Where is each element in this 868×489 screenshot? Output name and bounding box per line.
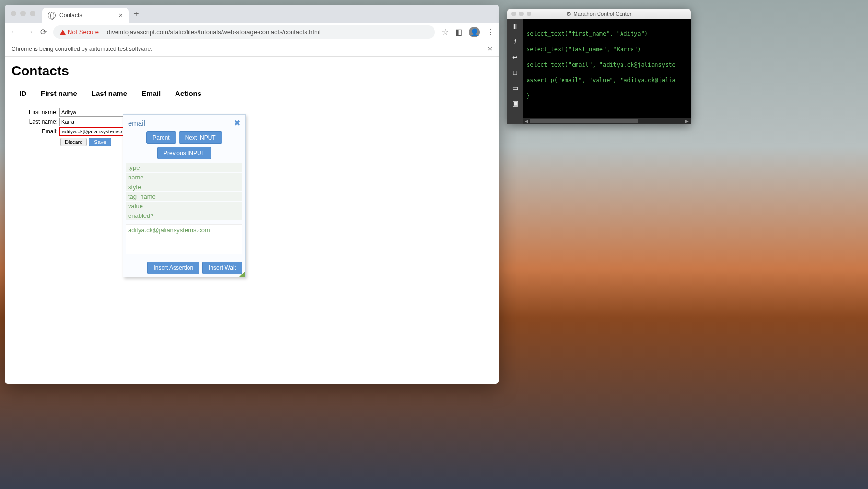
scroll-thumb[interactable] bbox=[530, 119, 638, 123]
last-name-label: Last name: bbox=[12, 119, 59, 125]
inspector-title: email bbox=[128, 119, 145, 127]
code-area: select_text("first_name", "Aditya") sele… bbox=[523, 19, 691, 118]
url-text: diveintojavascript.com/static/files/tuto… bbox=[107, 28, 321, 36]
inspector-nav-row-2: Previous INPUT bbox=[126, 147, 242, 159]
insert-assertion-button[interactable]: Insert Assertion bbox=[147, 262, 199, 274]
email-label: Email: bbox=[12, 128, 59, 135]
browser-tab-contacts[interactable]: Contacts × bbox=[42, 8, 129, 23]
marathon-body: ⏸ f ↩ □ ▭ ▣ select_text("first_name", "A… bbox=[507, 19, 691, 124]
inspector-nav-row-1: Parent Next INPUT bbox=[126, 131, 242, 144]
security-label: Not Secure bbox=[68, 28, 99, 36]
first-name-input[interactable] bbox=[59, 108, 131, 117]
prop-name[interactable]: name bbox=[126, 173, 242, 182]
url-separator bbox=[103, 28, 103, 36]
code-line-5: } bbox=[527, 92, 687, 100]
marathon-window: ⚙ Marathon Control Center ⏸ f ↩ □ ▭ ▣ se… bbox=[507, 9, 691, 124]
prop-type[interactable]: type bbox=[126, 163, 242, 172]
chrome-menu-icon[interactable]: ⋮ bbox=[486, 27, 494, 36]
email-input[interactable] bbox=[59, 127, 131, 136]
insert-wait-button[interactable]: Insert Wait bbox=[202, 262, 242, 274]
inspector-actions: Insert Assertion Insert Wait bbox=[126, 262, 242, 274]
tab-title: Contacts bbox=[59, 12, 82, 19]
window-traffic-lights bbox=[11, 11, 35, 16]
security-badge[interactable]: Not Secure bbox=[60, 28, 99, 36]
save-button[interactable]: Save bbox=[89, 138, 111, 146]
infobar-close-icon[interactable]: × bbox=[488, 45, 492, 53]
marathon-sidebar: ⏸ f ↩ □ ▭ ▣ bbox=[507, 19, 523, 124]
col-actions: Actions bbox=[168, 86, 208, 100]
first-name-label: First name: bbox=[12, 109, 59, 116]
m-max-light[interactable] bbox=[527, 12, 531, 16]
marathon-gear-icon: ⚙ bbox=[566, 11, 571, 17]
close-light[interactable] bbox=[11, 11, 16, 16]
function-icon[interactable]: f bbox=[511, 37, 519, 46]
profile-icon[interactable]: 👤 bbox=[469, 27, 480, 37]
chrome-toolbar: ← → ⟳ Not Secure diveintojavascript.com/… bbox=[5, 23, 499, 41]
col-first-name: First name bbox=[34, 86, 84, 100]
back-button[interactable]: ← bbox=[10, 27, 18, 37]
return-icon[interactable]: ↩ bbox=[511, 53, 519, 61]
m-min-light[interactable] bbox=[519, 12, 524, 16]
col-email: Email bbox=[135, 86, 167, 100]
inspector-nav: Parent Next INPUT Previous INPUT bbox=[126, 131, 242, 159]
automation-infobar: Chrome is being controlled by automated … bbox=[5, 41, 499, 57]
inspector-popup[interactable]: email ✖ Parent Next INPUT Previous INPUT… bbox=[123, 114, 246, 277]
pause-icon[interactable]: ⏸ bbox=[511, 22, 519, 31]
code-line-4: assert_p("email", "value", "aditya.ck@ja… bbox=[527, 76, 687, 84]
next-input-button[interactable]: Next INPUT bbox=[179, 131, 222, 144]
screen-icon[interactable]: ▭ bbox=[511, 83, 519, 92]
maximize-light[interactable] bbox=[30, 11, 35, 16]
marathon-code-pane[interactable]: select_text("first_name", "Aditya") sele… bbox=[523, 19, 691, 124]
email-row: Email: bbox=[12, 127, 492, 136]
close-tab-icon[interactable]: × bbox=[119, 12, 123, 19]
property-list: type name style tag_name value enabled? bbox=[126, 163, 242, 220]
bookmark-star-icon[interactable]: ☆ bbox=[442, 27, 448, 36]
code-line-3: select_text("email", "aditya.ck@jaliansy… bbox=[527, 61, 687, 69]
minimize-light[interactable] bbox=[20, 11, 26, 16]
prop-value[interactable]: value bbox=[126, 202, 242, 211]
extension-icon[interactable]: ◧ bbox=[455, 27, 462, 36]
col-last-name: Last name bbox=[85, 86, 134, 100]
prop-enabled[interactable]: enabled? bbox=[126, 211, 242, 220]
globe-icon bbox=[48, 12, 56, 19]
contacts-table: ID First name Last name Email Actions bbox=[12, 85, 209, 101]
page-title: Contacts bbox=[12, 63, 492, 79]
inspector-close-icon[interactable]: ✖ bbox=[234, 119, 240, 128]
chrome-tab-bar: Contacts × + bbox=[5, 5, 499, 23]
previous-input-button[interactable]: Previous INPUT bbox=[157, 147, 211, 159]
resize-handle[interactable] bbox=[239, 271, 245, 277]
address-bar[interactable]: Not Secure diveintojavascript.com/static… bbox=[53, 25, 435, 39]
prop-tag-name[interactable]: tag_name bbox=[126, 192, 242, 201]
scroll-right-icon[interactable]: ▶ bbox=[685, 119, 689, 124]
discard-button[interactable]: Discard bbox=[60, 138, 87, 146]
prop-style[interactable]: style bbox=[126, 182, 242, 191]
table-header-row: ID First name Last name Email Actions bbox=[12, 86, 208, 100]
reload-button[interactable]: ⟳ bbox=[40, 27, 47, 36]
last-name-input[interactable] bbox=[59, 118, 131, 126]
marathon-titlebar[interactable]: ⚙ Marathon Control Center bbox=[507, 9, 691, 19]
chrome-browser-window: Contacts × + ← → ⟳ Not Secure diveintoja… bbox=[5, 5, 499, 384]
square-icon[interactable]: □ bbox=[511, 68, 519, 77]
m-close-light[interactable] bbox=[511, 12, 516, 16]
forward-button[interactable]: → bbox=[25, 27, 34, 37]
page-content: Contacts ID First name Last name Email A… bbox=[5, 57, 499, 153]
code-line-2: select_text("last_name", "Karra") bbox=[527, 46, 687, 53]
first-name-row: First name: bbox=[12, 108, 492, 117]
record-box-icon[interactable]: ▣ bbox=[511, 99, 519, 107]
code-line-1: select_text("first_name", "Aditya") bbox=[527, 30, 687, 37]
col-id: ID bbox=[12, 86, 33, 100]
parent-button[interactable]: Parent bbox=[146, 131, 176, 144]
marathon-traffic-lights bbox=[511, 12, 531, 16]
last-name-row: Last name: bbox=[12, 118, 492, 126]
warning-icon bbox=[60, 30, 66, 35]
new-tab-button[interactable]: + bbox=[133, 9, 139, 20]
marathon-title: Marathon Control Center bbox=[573, 11, 631, 17]
scroll-left-icon[interactable]: ◀ bbox=[525, 119, 528, 124]
value-display: aditya.ck@jaliansystems.com bbox=[126, 224, 242, 254]
horizontal-scrollbar[interactable]: ◀ ▶ bbox=[523, 118, 691, 124]
infobar-text: Chrome is being controlled by automated … bbox=[12, 46, 152, 52]
inspector-header: email ✖ bbox=[126, 118, 242, 131]
